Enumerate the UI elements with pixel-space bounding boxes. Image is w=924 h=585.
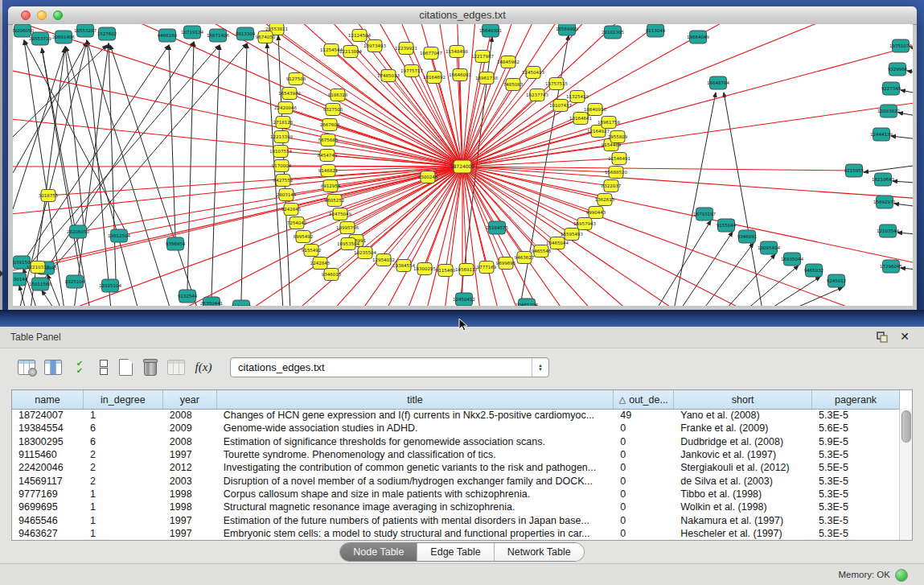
network-node[interactable]: 12213804 <box>339 46 362 58</box>
cell-out_degree[interactable]: 0 <box>614 436 674 447</box>
table-row[interactable]: 969969511998Structural magnetic resonanc… <box>12 501 900 513</box>
cell-title[interactable]: Tourette syndrome. Phenomenology and cla… <box>217 449 614 460</box>
network-node[interactable]: 16237743 <box>526 89 548 101</box>
cell-short[interactable]: Tibbo et al. (1998) <box>674 488 812 500</box>
network-node[interactable]: 11548498 <box>446 46 468 58</box>
table-selector-dropdown[interactable]: citations_edges.txt ▲▼ <box>230 357 549 377</box>
network-node[interactable]: 9155044 <box>717 219 737 232</box>
network-node[interactable]: 2242845 <box>310 257 331 270</box>
row-height-button[interactable] <box>93 356 114 378</box>
cell-out_degree[interactable]: 0 <box>614 422 674 434</box>
column-header-pagerank[interactable]: pagerank <box>812 390 900 409</box>
cell-pagerank[interactable]: 5.3E-5 <box>812 501 900 513</box>
cell-out_degree[interactable]: 0 <box>614 476 674 487</box>
cell-title[interactable]: Corpus callosum shape and size in male p… <box>217 488 614 500</box>
network-node[interactable]: 16210643 <box>872 173 894 186</box>
network-node[interactable]: 12450413 <box>522 67 544 79</box>
network-node[interactable]: 9330144 <box>13 273 28 286</box>
network-node[interactable]: 1527602 <box>97 27 117 40</box>
cell-out_degree[interactable]: 0 <box>614 449 674 460</box>
column-header-in_degree[interactable]: in_degree <box>84 390 163 409</box>
cell-short[interactable]: Yano et al. (2008) <box>674 410 812 421</box>
network-node[interactable]: 9674050 <box>256 31 276 43</box>
column-header-title[interactable]: title <box>217 390 614 409</box>
cell-out_degree[interactable]: 0 <box>614 515 674 526</box>
column-header-year[interactable]: year <box>163 390 217 409</box>
network-node[interactable]: 9146821 <box>318 165 339 177</box>
cell-name[interactable]: 9463627 <box>12 528 84 539</box>
scrollbar-thumb[interactable] <box>901 410 911 443</box>
close-icon[interactable]: ✕ <box>900 330 910 343</box>
network-node[interactable]: 26350441 <box>200 297 223 306</box>
select-all-columns-button[interactable]: ✔✔ <box>69 356 90 378</box>
network-node[interactable]: 7254042 <box>287 217 307 229</box>
import-table-button[interactable] <box>166 356 187 378</box>
new-table-button[interactable] <box>115 356 136 378</box>
float-icon[interactable] <box>876 331 889 344</box>
network-node[interactable]: 10677047 <box>420 47 442 60</box>
network-node[interactable]: 7955809 <box>608 131 628 143</box>
window-titlebar[interactable]: citations_edges.txt <box>8 6 917 25</box>
network-node[interactable]: 8322037 <box>602 180 622 192</box>
network-node[interactable]: 9699695 <box>496 257 516 270</box>
network-node[interactable]: 12103544 <box>877 225 899 237</box>
network-node[interactable]: 10553287 <box>74 24 97 37</box>
cell-in_degree[interactable]: 1 <box>84 501 163 513</box>
cell-title[interactable]: Genome-wide association studies in ADHD. <box>217 422 614 434</box>
table-row[interactable]: 977716911998Corpus callosum shape and si… <box>12 488 900 501</box>
network-node[interactable]: 29206050 <box>13 24 34 37</box>
network-node[interactable]: 16671406 <box>207 29 229 42</box>
cell-short[interactable]: Hescheler et al. (1997) <box>674 528 812 539</box>
network-node[interactable]: 2803144 <box>277 189 297 201</box>
network-node[interactable]: 2718126 <box>273 117 294 129</box>
network-node[interactable]: 16569909 <box>556 24 578 35</box>
table-row[interactable]: 1456911722003Disruption of a novel membe… <box>12 474 900 487</box>
cell-out_degree[interactable]: 0 <box>614 488 674 500</box>
delete-table-button[interactable] <box>140 356 161 378</box>
cell-short[interactable]: Nakamura et al. (1997) <box>674 515 812 526</box>
network-node[interactable]: 8113044 <box>646 24 666 37</box>
cell-year[interactable]: 1997 <box>163 528 217 539</box>
network-node[interactable]: 9245012 <box>827 274 847 287</box>
network-node[interactable]: 9242845 <box>281 204 302 216</box>
network-node[interactable]: 9990443 <box>586 207 606 219</box>
network-node[interactable]: 14845962 <box>497 56 519 68</box>
cell-pagerank[interactable]: 5.3E-5 <box>812 528 900 539</box>
cell-pagerank[interactable]: 5.3E-5 <box>812 515 900 526</box>
network-node[interactable]: 9346013 <box>322 269 342 281</box>
network-node[interactable]: 8605252 <box>325 195 345 207</box>
network-node[interactable]: 12954032 <box>372 254 395 266</box>
cell-out_degree[interactable]: 0 <box>614 528 674 539</box>
network-node[interactable]: 1362615 <box>595 194 615 206</box>
network-node[interactable]: 8912954 <box>321 180 341 192</box>
table-row[interactable]: 946362711997Embryonic stem cells: a mode… <box>12 527 900 540</box>
cell-title[interactable]: Estimation of the future numbers of pati… <box>217 515 614 526</box>
tab-node-table[interactable]: Node Table <box>340 543 417 561</box>
table-row[interactable]: 1830029562008Estimation of significance … <box>12 435 900 448</box>
cell-year[interactable]: 2008 <box>163 410 217 421</box>
column-visibility-button[interactable] <box>43 356 64 378</box>
cell-name[interactable]: 9777169 <box>12 488 84 500</box>
network-node[interactable]: 12093822 <box>877 105 900 117</box>
network-node[interactable]: 6466160 <box>158 29 178 42</box>
cell-short[interactable]: de Silva et al. (2003) <box>674 476 812 487</box>
network-node[interactable]: 9174063 <box>232 300 252 306</box>
network-node[interactable]: 9356954 <box>166 237 186 250</box>
hub-node[interactable]: 18724007 <box>450 160 475 173</box>
network-node[interactable]: 12213399 <box>270 131 293 143</box>
network-node[interactable]: 8995492 <box>294 231 314 243</box>
network-node[interactable]: 16648784 <box>707 76 729 89</box>
network-node[interactable]: 28206050 <box>67 225 89 238</box>
cell-title[interactable]: Estimation of significance thresholds fo… <box>217 436 614 447</box>
cell-out_degree[interactable]: 0 <box>614 462 674 473</box>
cell-in_degree[interactable]: 1 <box>84 515 163 526</box>
network-node[interactable]: 19751074 <box>889 39 912 52</box>
cell-year[interactable]: 1998 <box>163 488 217 500</box>
cell-in_degree[interactable]: 2 <box>84 476 163 487</box>
network-node[interactable]: 12025104 <box>99 279 121 292</box>
table-settings-button[interactable] <box>16 356 37 378</box>
network-node[interactable]: 9327508 <box>323 104 343 116</box>
cell-name[interactable]: 9465546 <box>12 515 84 526</box>
cell-pagerank[interactable]: 5.6E-5 <box>812 422 900 434</box>
network-node[interactable]: 20691406 <box>52 31 75 43</box>
